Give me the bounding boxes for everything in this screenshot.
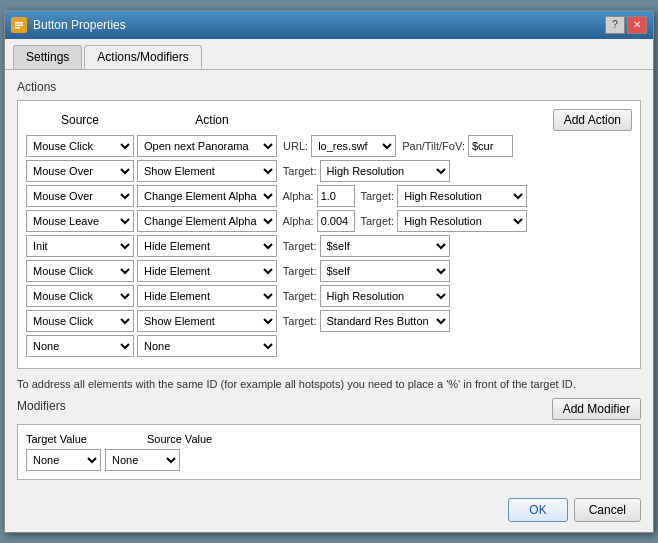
source-header: Source xyxy=(26,113,134,127)
target-label-1: Target: xyxy=(280,165,317,177)
actions-section-label: Actions xyxy=(17,80,641,94)
source-select-2[interactable]: Mouse Over xyxy=(26,185,134,207)
main-window: Button Properties ? ✕ Settings Actions/M… xyxy=(4,10,654,533)
source-select-4[interactable]: Init xyxy=(26,235,134,257)
target-select-7[interactable]: Standard Res Button xyxy=(320,310,450,332)
column-headers-row: Source Action Add Action xyxy=(26,109,632,131)
source-select-5[interactable]: Mouse Click xyxy=(26,260,134,282)
modifier-source-select[interactable]: None xyxy=(105,449,180,471)
tab-settings[interactable]: Settings xyxy=(13,45,82,69)
pan-input-0[interactable] xyxy=(468,135,513,157)
action-select-7[interactable]: Show Element xyxy=(137,310,277,332)
window-title: Button Properties xyxy=(33,18,126,32)
source-select-0[interactable]: Mouse Click xyxy=(26,135,134,157)
table-row: Mouse Leave Change Element Alpha Alpha: … xyxy=(26,210,632,232)
action-select-1[interactable]: Show Element xyxy=(137,160,277,182)
modifiers-inner: Target Value Source Value None None xyxy=(17,424,641,480)
target-select-3[interactable]: High Resolution xyxy=(397,210,527,232)
table-row: Mouse Click Hide Element Target: High Re… xyxy=(26,285,632,307)
source-select-1[interactable]: Mouse Over xyxy=(26,160,134,182)
target-select-1[interactable]: High Resolution xyxy=(320,160,450,182)
modifiers-label: Modifiers xyxy=(17,399,66,413)
close-button[interactable]: ✕ xyxy=(627,16,647,34)
table-row: Mouse Click Open next Panorama URL: lo_r… xyxy=(26,135,632,157)
help-button[interactable]: ? xyxy=(605,16,625,34)
url-select-0[interactable]: lo_res.swf xyxy=(311,135,396,157)
source-select-3[interactable]: Mouse Leave xyxy=(26,210,134,232)
source-select-8[interactable]: None xyxy=(26,335,134,357)
svg-rect-1 xyxy=(15,22,23,24)
action-select-8[interactable]: None xyxy=(137,335,277,357)
action-select-2[interactable]: Change Element Alpha xyxy=(137,185,277,207)
target-label-6: Target: xyxy=(280,290,317,302)
target-label-5: Target: xyxy=(280,265,317,277)
add-action-button[interactable]: Add Action xyxy=(553,109,632,131)
hint-text: To address all elements with the same ID… xyxy=(17,377,641,392)
ok-button[interactable]: OK xyxy=(508,498,567,522)
target-value-label: Target Value xyxy=(26,433,87,445)
svg-rect-3 xyxy=(15,27,20,29)
content-area: Actions Source Action Add Action Mouse C… xyxy=(5,70,653,490)
add-modifier-button[interactable]: Add Modifier xyxy=(552,398,641,420)
modifiers-header: Modifiers Add Modifier xyxy=(17,398,641,420)
table-row: Mouse Click Hide Element Target: $self xyxy=(26,260,632,282)
target-label-7: Target: xyxy=(280,315,317,327)
modifiers-labels: Target Value Source Value xyxy=(26,433,632,445)
table-row: Mouse Over Change Element Alpha Alpha: T… xyxy=(26,185,632,207)
alpha-label-3: Alpha: xyxy=(280,215,314,227)
table-row: Mouse Over Show Element Target: High Res… xyxy=(26,160,632,182)
source-value-label: Source Value xyxy=(147,433,212,445)
tab-actions-modifiers[interactable]: Actions/Modifiers xyxy=(84,45,201,69)
modifiers-section: Modifiers Add Modifier Target Value Sour… xyxy=(17,398,641,480)
bottom-buttons: OK Cancel xyxy=(5,490,653,532)
action-select-3[interactable]: Change Element Alpha xyxy=(137,210,277,232)
tab-bar: Settings Actions/Modifiers xyxy=(5,39,653,70)
action-header: Action xyxy=(142,113,282,127)
action-select-4[interactable]: Hide Element xyxy=(137,235,277,257)
source-select-7[interactable]: Mouse Click xyxy=(26,310,134,332)
table-row: Init Hide Element Target: $self xyxy=(26,235,632,257)
target-select-5[interactable]: $self xyxy=(320,260,450,282)
table-row: None None xyxy=(26,335,632,357)
target-label-4: Target: xyxy=(280,240,317,252)
target-label-3: Target: xyxy=(358,215,395,227)
action-select-6[interactable]: Hide Element xyxy=(137,285,277,307)
action-select-0[interactable]: Open next Panorama xyxy=(137,135,277,157)
alpha-input-2[interactable] xyxy=(317,185,355,207)
url-label-0: URL: xyxy=(280,140,308,152)
modifiers-selects: None None xyxy=(26,449,632,471)
svg-rect-2 xyxy=(15,24,23,26)
alpha-input-3[interactable] xyxy=(317,210,355,232)
target-select-6[interactable]: High Resolution xyxy=(320,285,450,307)
action-select-5[interactable]: Hide Element xyxy=(137,260,277,282)
title-buttons: ? ✕ xyxy=(605,16,647,34)
target-select-4[interactable]: $self xyxy=(320,235,450,257)
actions-box: Source Action Add Action Mouse Click Ope… xyxy=(17,100,641,369)
title-bar: Button Properties ? ✕ xyxy=(5,11,653,39)
modifier-target-select[interactable]: None xyxy=(26,449,101,471)
source-select-6[interactable]: Mouse Click xyxy=(26,285,134,307)
table-row: Mouse Click Show Element Target: Standar… xyxy=(26,310,632,332)
alpha-label-2: Alpha: xyxy=(280,190,314,202)
window-icon xyxy=(11,17,27,33)
pan-label-0: Pan/Tilt/FoV: xyxy=(399,140,465,152)
title-bar-left: Button Properties xyxy=(11,17,126,33)
cancel-button[interactable]: Cancel xyxy=(574,498,641,522)
target-select-2[interactable]: High Resolution xyxy=(397,185,527,207)
target-label-2: Target: xyxy=(358,190,395,202)
